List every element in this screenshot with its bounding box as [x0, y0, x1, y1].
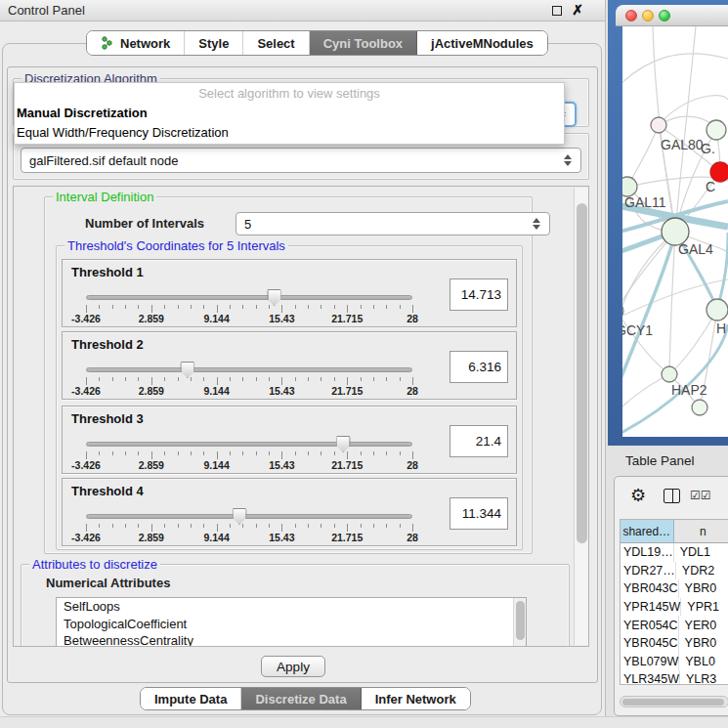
close-icon[interactable]: ✗	[572, 2, 583, 18]
slider-thumb[interactable]	[267, 289, 281, 306]
slider-thumb[interactable]	[336, 436, 351, 452]
tick-mark	[334, 377, 335, 381]
tick-mark	[217, 451, 218, 459]
tick-mark	[230, 451, 231, 455]
table-row[interactable]: YBR045CYBR0	[621, 634, 728, 653]
tick-mark	[99, 377, 100, 381]
tick-mark	[217, 524, 218, 532]
minimize-traffic-light-icon[interactable]	[642, 10, 654, 21]
tick-mark	[334, 451, 335, 455]
threshold-2-value-field[interactable]: 6.316	[450, 351, 508, 383]
num-intervals-spinner[interactable]: 5	[236, 212, 550, 236]
list-item[interactable]: BetweennessCentrality	[57, 632, 526, 647]
tick-mark	[256, 377, 257, 381]
tab-infer-network[interactable]: Infer Network	[362, 688, 470, 709]
tab-jactivemnodules[interactable]: jActiveMNodules	[417, 31, 547, 55]
tick-mark	[151, 305, 152, 313]
tab-cyni-toolbox[interactable]: Cyni Toolbox	[310, 31, 417, 55]
threshold-4-slider[interactable]	[86, 514, 412, 519]
node-bottom[interactable]	[692, 400, 707, 415]
tick-mark	[373, 377, 374, 381]
threshold-3-panel: Threshold 3 -3.4262.8599.14415.4321.7152…	[62, 406, 517, 474]
list-scrollbar[interactable]	[513, 598, 526, 647]
tick-mark	[308, 377, 309, 381]
node-hap2[interactable]	[662, 366, 677, 382]
tick-mark	[295, 524, 296, 528]
node-table[interactable]: shared… n YDL19…YDL1 YDR27…YDR2 YBR043CY…	[620, 519, 728, 685]
label-hap2: HAP2	[671, 382, 707, 398]
threshold-2-slider[interactable]	[86, 367, 412, 372]
threshold-3-slider[interactable]	[86, 442, 412, 447]
table-row[interactable]: YBL079WYBL0	[621, 653, 728, 671]
network-icon	[101, 36, 114, 50]
tick-mark	[412, 451, 413, 459]
tick-mark	[112, 377, 113, 381]
float-icon[interactable]	[552, 6, 562, 16]
node-h[interactable]	[707, 299, 728, 321]
threshold-1-value-field[interactable]: 14.713	[450, 278, 508, 311]
threshold-1-slider[interactable]	[86, 295, 412, 300]
list-item[interactable]: SelfLoops	[57, 598, 526, 616]
table-row[interactable]: YPR145WYPR1	[621, 598, 728, 617]
table-row[interactable]: YDL19…YDL1	[621, 543, 728, 562]
network-nodes[interactable]	[622, 117, 728, 415]
scrollbar-thumb[interactable]	[622, 699, 724, 706]
tab-select[interactable]: Select	[243, 31, 309, 55]
tick-mark	[217, 305, 218, 313]
tab-discretize-data[interactable]: Discretize Data	[241, 688, 361, 709]
threshold-4-value-field[interactable]: 11.344	[450, 497, 508, 530]
tick-mark	[151, 377, 152, 385]
apply-button[interactable]: Apply	[261, 656, 325, 677]
tick-mark	[361, 377, 362, 381]
dropdown-option-manual[interactable]: Manual Discretization	[15, 104, 564, 123]
tab-style[interactable]: Style	[185, 31, 243, 55]
slider-thumb[interactable]	[233, 508, 247, 525]
network-window-titlebar[interactable]	[616, 5, 728, 26]
table-row[interactable]: YBR043CYBR0	[621, 579, 728, 598]
tick-mark	[361, 524, 362, 528]
scrollbar-thumb[interactable]	[577, 203, 587, 543]
tick-mark	[242, 305, 243, 309]
top-tab-bar: Network Style Select Cyni Toolbox jActiv…	[86, 30, 548, 56]
dropdown-placeholder-option[interactable]: Select algorithm to view settings	[15, 83, 564, 104]
tick-mark	[203, 524, 204, 528]
tick-mark	[164, 451, 165, 455]
tick-mark	[334, 305, 335, 309]
tick-mark	[242, 451, 243, 455]
node-gal80[interactable]	[651, 117, 666, 133]
tick-mark	[308, 305, 309, 309]
column-header-name[interactable]: n	[674, 520, 728, 542]
tick-mark	[256, 451, 257, 455]
table-row[interactable]: YER054CYER0	[621, 616, 728, 634]
tick-mark	[269, 451, 270, 455]
select-columns-icon[interactable]: ☑☑	[690, 489, 711, 502]
tick-mark	[138, 377, 139, 381]
tick-mark	[256, 524, 257, 528]
tab-network[interactable]: Network	[87, 31, 185, 55]
table-row[interactable]: YDR27…YDR2	[621, 562, 728, 580]
table-data-combobox[interactable]: galFiltered.sif default node	[21, 148, 581, 173]
tick-mark	[178, 524, 179, 528]
split-columns-icon[interactable]	[664, 489, 680, 503]
tick-mark	[86, 524, 87, 532]
scrollbar-thumb[interactable]	[516, 601, 525, 640]
tick-mark	[99, 524, 100, 528]
column-header-shared-name[interactable]: shared…	[621, 520, 674, 542]
numerical-attributes-list[interactable]: SelfLoops TopologicalCoefficient Between…	[56, 597, 527, 647]
list-item[interactable]: TopologicalCoefficient	[57, 616, 526, 633]
gear-icon[interactable]: ⚙	[630, 487, 646, 504]
network-graph: GAL80 G. C GAL11 GAL4 GCY1 H HAP2	[622, 26, 728, 437]
table-horizontal-scrollbar[interactable]	[620, 696, 728, 707]
settings-scrollbar[interactable]	[574, 188, 588, 645]
tab-impute-data[interactable]: Impute Data	[141, 688, 241, 709]
zoom-traffic-light-icon[interactable]	[659, 10, 670, 21]
table-row[interactable]: YLR345WYLR3	[621, 670, 728, 685]
node-gal11[interactable]	[622, 177, 637, 196]
node-top-right[interactable]	[707, 120, 726, 140]
threshold-3-value-field[interactable]: 21.4	[450, 425, 508, 457]
dropdown-option-equal-width[interactable]: Equal Width/Frequency Discretization	[15, 123, 564, 143]
close-traffic-light-icon[interactable]	[625, 10, 637, 21]
slider-thumb[interactable]	[180, 362, 194, 378]
network-canvas[interactable]: GAL80 G. C GAL11 GAL4 GCY1 H HAP2	[622, 26, 728, 437]
tick-mark	[295, 305, 296, 309]
